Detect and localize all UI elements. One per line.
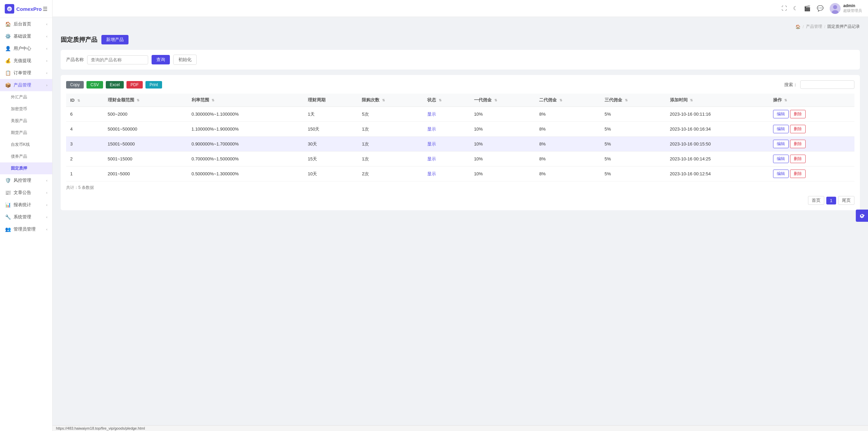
sidebar-item-recharge[interactable]: 💰 充值提现 ‹ xyxy=(0,55,52,67)
status-badge: 显示 xyxy=(427,156,436,161)
edit-button[interactable]: 编辑 xyxy=(773,155,789,163)
edit-button[interactable]: 编辑 xyxy=(773,125,789,133)
sidebar-item-report[interactable]: 📊 报表统计 ‹ xyxy=(0,199,52,211)
sort-icon[interactable]: ⇅ xyxy=(494,98,497,102)
sidebar-item-product-mgmt[interactable]: 📦 产品管理 › xyxy=(0,79,52,91)
breadcrumb-current: 固定质押产品记录 xyxy=(827,24,860,30)
sort-icon[interactable]: ⇅ xyxy=(382,98,385,102)
table-body: 6500~20000.300000%~1.100000%1天5次显示10%8%5… xyxy=(66,107,854,181)
breadcrumb-home-icon[interactable]: 🏠 xyxy=(795,24,801,29)
table-cell: 5% xyxy=(600,107,666,122)
table-cell: 6 xyxy=(66,107,104,122)
chevron-icon: ‹ xyxy=(46,34,47,38)
sort-icon[interactable]: ⇅ xyxy=(137,98,139,102)
excel-button[interactable]: Excel xyxy=(106,81,124,89)
sidebar-item-order-mgmt[interactable]: 📋 订单管理 ‹ xyxy=(0,67,52,79)
shield-icon: 🛡️ xyxy=(5,177,11,183)
edit-button[interactable]: 编辑 xyxy=(773,170,789,178)
sidebar-item-futures[interactable]: 期货产品 xyxy=(0,127,52,139)
filter-area: 产品名称 查询 初始化 xyxy=(61,50,860,70)
chevron-icon: ‹ xyxy=(46,191,47,195)
sort-icon[interactable]: ⇅ xyxy=(439,98,441,102)
sort-icon[interactable]: ⇅ xyxy=(559,98,562,102)
col-commission2: 二代佣金 ⇅ xyxy=(535,94,600,107)
search-input[interactable] xyxy=(800,80,854,89)
user-info[interactable]: admin 超级管理员 xyxy=(830,3,862,14)
sidebar-item-fixed-pledge[interactable]: 固定质押 xyxy=(0,162,52,174)
new-product-button[interactable]: 新增产品 xyxy=(101,35,129,44)
last-page-button[interactable]: 尾页 xyxy=(838,196,854,205)
svg-text:C: C xyxy=(8,7,11,11)
chevron-down-icon: › xyxy=(46,83,47,87)
menu-toggle[interactable]: ☰ xyxy=(43,6,47,12)
sort-icon[interactable]: ⇅ xyxy=(212,98,214,102)
sidebar-item-dashboard[interactable]: 🏠 后台首页 ‹ xyxy=(0,18,52,30)
chevron-icon: ‹ xyxy=(46,71,47,75)
table-cell: 5次 xyxy=(358,107,423,122)
sort-icon[interactable]: ⇅ xyxy=(690,98,693,102)
sidebar-item-risk-mgmt[interactable]: 🛡️ 风控管理 ‹ xyxy=(0,174,52,187)
chevron-icon: ‹ xyxy=(46,22,47,26)
sidebar-item-user-center[interactable]: 👤 用户中心 ‹ xyxy=(0,42,52,55)
product-name-input[interactable] xyxy=(87,55,148,64)
col-commission1: 一代佣金 ⇅ xyxy=(470,94,535,107)
table-cell: 1 xyxy=(66,166,104,181)
breadcrumb-sep1: / xyxy=(803,24,804,29)
table-cell: 8% xyxy=(535,166,600,181)
query-button[interactable]: 查询 xyxy=(152,55,170,64)
message-icon[interactable]: 💬 xyxy=(817,5,824,12)
table-cell: 0.500000%~1.300000% xyxy=(188,166,304,181)
copy-button[interactable]: Copy xyxy=(66,81,84,89)
first-page-button[interactable]: 首页 xyxy=(808,196,824,205)
sidebar-item-label: 用户中心 xyxy=(14,45,46,52)
reset-button[interactable]: 初始化 xyxy=(173,55,197,65)
sidebar-item-label: 报表统计 xyxy=(14,202,46,208)
user-icon: 👤 xyxy=(5,45,11,52)
col-action: 操作 ⇅ xyxy=(769,94,854,107)
delete-button[interactable]: 删除 xyxy=(790,140,806,148)
table-cell: 2023-10-16 00:15:50 xyxy=(666,137,769,152)
header: ⛶ ☾ 🎬 💬 admin 超级管理员 xyxy=(53,0,868,17)
sidebar-item-forex-kline[interactable]: 自发币K线 xyxy=(0,139,52,151)
edit-button[interactable]: 编辑 xyxy=(773,110,789,118)
delete-button[interactable]: 删除 xyxy=(790,110,806,118)
sidebar-item-label: 加密货币 xyxy=(11,106,47,112)
sidebar-item-admin-mgmt[interactable]: 👥 管理员管理 ‹ xyxy=(0,223,52,235)
print-button[interactable]: Print xyxy=(145,81,162,89)
table-cell: 2次 xyxy=(358,166,423,181)
edit-button[interactable]: 编辑 xyxy=(773,140,789,148)
table-cell: 8% xyxy=(535,122,600,137)
sidebar-item-bonds[interactable]: 债券产品 xyxy=(0,151,52,162)
sidebar-item-system[interactable]: 🔧 系统管理 ‹ xyxy=(0,211,52,223)
fullscreen-icon[interactable]: ⛶ xyxy=(782,5,787,12)
table-cell: 8% xyxy=(535,152,600,166)
float-settings-button[interactable] xyxy=(856,210,868,222)
delete-button[interactable]: 删除 xyxy=(790,125,806,133)
menu-section: 🏠 后台首页 ‹ ⚙️ 基础设置 ‹ 👤 用户中心 ‹ 💰 充值提现 ‹ 📋 订… xyxy=(0,18,52,235)
table-cell: 8% xyxy=(535,137,600,152)
sidebar-item-us-stocks[interactable]: 美股产品 xyxy=(0,115,52,127)
dark-mode-icon[interactable]: ☾ xyxy=(793,5,798,12)
breadcrumb-product-mgmt[interactable]: 产品管理 xyxy=(806,24,822,30)
data-table: ID ⇅ 理财金额范围 ⇅ 利率范围 ⇅ 理财周期 xyxy=(66,94,854,181)
delete-button[interactable]: 删除 xyxy=(790,170,806,178)
video-icon[interactable]: 🎬 xyxy=(804,5,811,12)
table-cell: 15天 xyxy=(304,152,358,166)
sort-icon[interactable]: ⇅ xyxy=(784,98,787,102)
pdf-button[interactable]: PDF xyxy=(126,81,143,89)
sidebar-item-article[interactable]: 📰 文章公告 ‹ xyxy=(0,187,52,199)
col-add-time: 添加时间 ⇅ xyxy=(666,94,769,107)
filter-label: 产品名称 xyxy=(66,57,84,63)
sort-icon[interactable]: ⇅ xyxy=(625,98,628,102)
sidebar-item-basic-settings[interactable]: ⚙️ 基础设置 ‹ xyxy=(0,30,52,42)
table-cell: 2023-10-16 00:16:34 xyxy=(666,122,769,137)
page-1-button[interactable]: 1 xyxy=(826,197,836,204)
chart-icon: 📊 xyxy=(5,202,11,208)
sidebar-item-crypto[interactable]: 加密货币 xyxy=(0,103,52,115)
sidebar-item-foreign-products[interactable]: 外汇产品 xyxy=(0,91,52,103)
table-cell: 0.900000%~1.700000% xyxy=(188,137,304,152)
csv-button[interactable]: CSV xyxy=(86,81,103,89)
user-details: admin 超级管理员 xyxy=(843,3,862,13)
sort-icon[interactable]: ⇅ xyxy=(77,99,80,102)
delete-button[interactable]: 删除 xyxy=(790,155,806,163)
